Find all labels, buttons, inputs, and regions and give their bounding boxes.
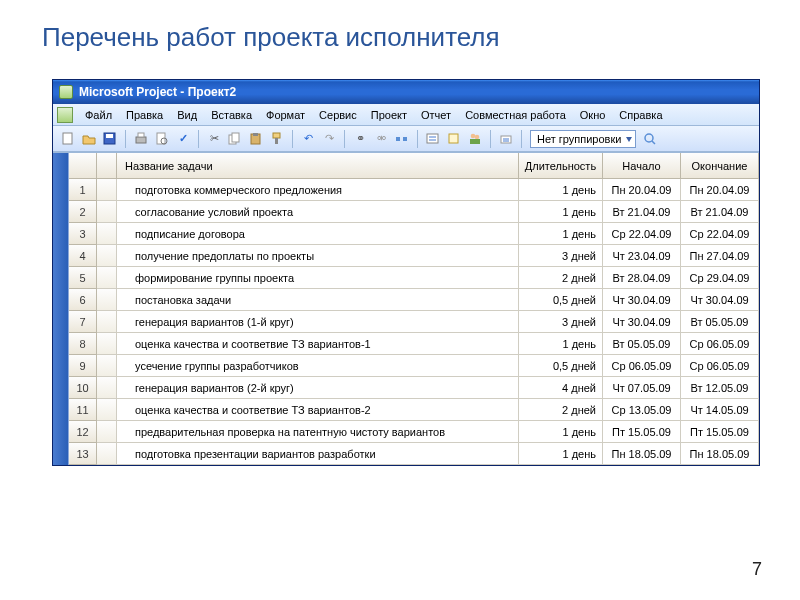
cell-start[interactable]: Чт 30.04.09 xyxy=(603,311,681,333)
table-row[interactable]: 3подписание договора1 деньСр 22.04.09Ср … xyxy=(69,223,759,245)
cell-end[interactable]: Ср 06.05.09 xyxy=(681,355,759,377)
row-info-cell[interactable] xyxy=(97,223,117,245)
cell-duration[interactable]: 1 день xyxy=(519,421,603,443)
cell-start[interactable]: Пн 18.05.09 xyxy=(603,443,681,465)
menu-project[interactable]: Проект xyxy=(365,107,413,123)
cell-name[interactable]: оценка качества и соответвие ТЗ варианто… xyxy=(117,399,519,421)
menu-edit[interactable]: Правка xyxy=(120,107,169,123)
row-info-cell[interactable] xyxy=(97,355,117,377)
cell-duration[interactable]: 3 дней xyxy=(519,311,603,333)
format-painter-icon[interactable] xyxy=(268,130,286,148)
menu-report[interactable]: Отчет xyxy=(415,107,457,123)
cell-duration[interactable]: 1 день xyxy=(519,223,603,245)
cut-icon[interactable]: ✂ xyxy=(205,130,223,148)
menu-help[interactable]: Справка xyxy=(613,107,668,123)
cell-end[interactable]: Пн 18.05.09 xyxy=(681,443,759,465)
task-info-icon[interactable] xyxy=(424,130,442,148)
row-id[interactable]: 1 xyxy=(69,179,97,201)
cell-start[interactable]: Вт 05.05.09 xyxy=(603,333,681,355)
open-icon[interactable] xyxy=(80,130,98,148)
row-info-cell[interactable] xyxy=(97,201,117,223)
cell-name[interactable]: генерация вариантов (2-й круг) xyxy=(117,377,519,399)
cell-end[interactable]: Вт 05.05.09 xyxy=(681,311,759,333)
cell-end[interactable]: Чт 14.05.09 xyxy=(681,399,759,421)
row-id[interactable]: 6 xyxy=(69,289,97,311)
assign-resources-icon[interactable] xyxy=(466,130,484,148)
cell-start[interactable]: Чт 30.04.09 xyxy=(603,289,681,311)
menu-view[interactable]: Вид xyxy=(171,107,203,123)
row-info-cell[interactable] xyxy=(97,377,117,399)
cell-name[interactable]: предварительная проверка на патентную чи… xyxy=(117,421,519,443)
col-header-id[interactable] xyxy=(69,153,97,179)
cell-name[interactable]: согласование условий проекта xyxy=(117,201,519,223)
cell-duration[interactable]: 1 день xyxy=(519,179,603,201)
unlink-icon[interactable]: ⚮ xyxy=(372,130,390,148)
table-row[interactable]: 1подготовка коммерческого предложения1 д… xyxy=(69,179,759,201)
grouping-select[interactable]: Нет группировки xyxy=(530,130,636,148)
cell-name[interactable]: оценка качества и соответвие ТЗ варианто… xyxy=(117,333,519,355)
print-preview-icon[interactable] xyxy=(153,130,171,148)
row-info-cell[interactable] xyxy=(97,245,117,267)
table-row[interactable]: 4получение предоплаты по проекты3 днейЧт… xyxy=(69,245,759,267)
row-id[interactable]: 11 xyxy=(69,399,97,421)
row-info-cell[interactable] xyxy=(97,443,117,465)
cell-name[interactable]: подготовка коммерческого предложения xyxy=(117,179,519,201)
menu-format[interactable]: Формат xyxy=(260,107,311,123)
cell-duration[interactable]: 2 дней xyxy=(519,267,603,289)
cell-name[interactable]: усечение группы разработчиков xyxy=(117,355,519,377)
cell-start[interactable]: Вт 21.04.09 xyxy=(603,201,681,223)
row-id[interactable]: 5 xyxy=(69,267,97,289)
row-info-cell[interactable] xyxy=(97,333,117,355)
row-id[interactable]: 12 xyxy=(69,421,97,443)
col-header-name[interactable]: Название задачи xyxy=(117,153,519,179)
row-info-cell[interactable] xyxy=(97,399,117,421)
row-id[interactable]: 8 xyxy=(69,333,97,355)
menu-tools[interactable]: Сервис xyxy=(313,107,363,123)
cell-duration[interactable]: 2 дней xyxy=(519,399,603,421)
publish-icon[interactable] xyxy=(497,130,515,148)
cell-name[interactable]: постановка задачи xyxy=(117,289,519,311)
cell-duration[interactable]: 1 день xyxy=(519,333,603,355)
cell-duration[interactable]: 4 дней xyxy=(519,377,603,399)
table-row[interactable]: 9усечение группы разработчиков0,5 днейСр… xyxy=(69,355,759,377)
link-icon[interactable]: ⚭ xyxy=(351,130,369,148)
col-header-end[interactable]: Окончание xyxy=(681,153,759,179)
col-header-start[interactable]: Начало xyxy=(603,153,681,179)
cell-end[interactable]: Пн 27.04.09 xyxy=(681,245,759,267)
paste-icon[interactable] xyxy=(247,130,265,148)
cell-duration[interactable]: 1 день xyxy=(519,201,603,223)
task-notes-icon[interactable] xyxy=(445,130,463,148)
cell-end[interactable]: Ср 06.05.09 xyxy=(681,333,759,355)
cell-end[interactable]: Ср 22.04.09 xyxy=(681,223,759,245)
row-info-cell[interactable] xyxy=(97,179,117,201)
cell-start[interactable]: Чт 23.04.09 xyxy=(603,245,681,267)
menu-insert[interactable]: Вставка xyxy=(205,107,258,123)
row-info-cell[interactable] xyxy=(97,311,117,333)
row-info-cell[interactable] xyxy=(97,421,117,443)
row-id[interactable]: 4 xyxy=(69,245,97,267)
cell-start[interactable]: Чт 07.05.09 xyxy=(603,377,681,399)
cell-duration[interactable]: 3 дней xyxy=(519,245,603,267)
redo-icon[interactable]: ↷ xyxy=(320,130,338,148)
project-document-icon[interactable] xyxy=(57,107,73,123)
row-info-cell[interactable] xyxy=(97,289,117,311)
row-id[interactable]: 9 xyxy=(69,355,97,377)
new-icon[interactable] xyxy=(59,130,77,148)
table-row[interactable]: 5формирование группы проекта2 днейВт 28.… xyxy=(69,267,759,289)
cell-end[interactable]: Вт 21.04.09 xyxy=(681,201,759,223)
cell-name[interactable]: формирование группы проекта xyxy=(117,267,519,289)
row-id[interactable]: 3 xyxy=(69,223,97,245)
table-row[interactable]: 6постановка задачи0,5 днейЧт 30.04.09Чт … xyxy=(69,289,759,311)
col-header-duration[interactable]: Длительность xyxy=(519,153,603,179)
cell-end[interactable]: Чт 30.04.09 xyxy=(681,289,759,311)
cell-name[interactable]: подписание договора xyxy=(117,223,519,245)
view-bar[interactable] xyxy=(53,153,69,465)
print-icon[interactable] xyxy=(132,130,150,148)
row-info-cell[interactable] xyxy=(97,267,117,289)
cell-end[interactable]: Вт 12.05.09 xyxy=(681,377,759,399)
cell-duration[interactable]: 0,5 дней xyxy=(519,289,603,311)
save-icon[interactable] xyxy=(101,130,119,148)
table-row[interactable]: 7генерация вариантов (1-й круг)3 днейЧт … xyxy=(69,311,759,333)
cell-name[interactable]: генерация вариантов (1-й круг) xyxy=(117,311,519,333)
cell-start[interactable]: Пн 20.04.09 xyxy=(603,179,681,201)
